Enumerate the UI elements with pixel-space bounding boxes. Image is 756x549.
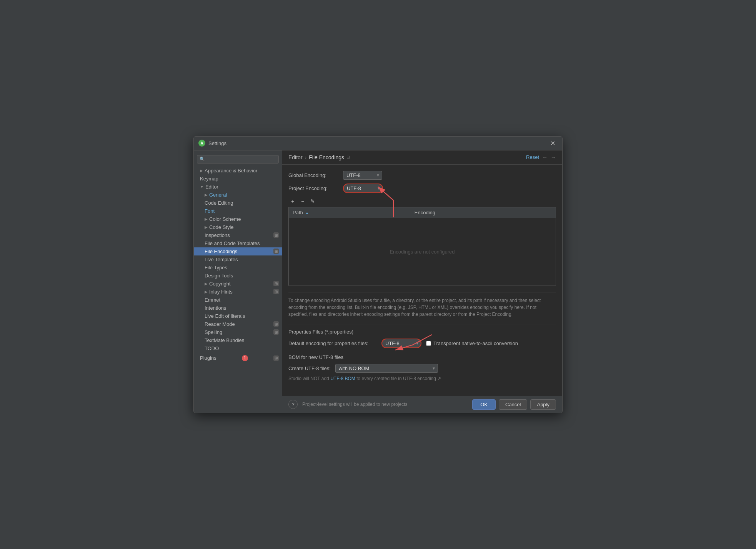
panel-header: Editor › File Encodings ⊟ Reset ← → (282, 150, 562, 165)
copyright-badge: ⊞ (273, 281, 279, 286)
search-icon: 🔍 (200, 157, 205, 162)
sidebar-item-editor[interactable]: ▼ Editor (194, 183, 282, 191)
panel-body-wrapper: Global Encoding: UTF-8 UTF-16 ISO-8859-1… (282, 165, 562, 396)
footer-buttons: OK Cancel Apply (472, 399, 556, 410)
transparent-label: Transparent native-to-ascii conversion (433, 340, 518, 346)
help-button[interactable]: ? (288, 400, 298, 409)
chevron-right-icon: ▶ (205, 193, 208, 197)
ok-button[interactable]: OK (472, 399, 496, 410)
project-encoding-select-wrapper: UTF-8 UTF-16 ISO-8859-1 ▼ (343, 184, 383, 193)
sidebar-item-emmet[interactable]: Emmet (194, 296, 282, 304)
plugins-badge: 1 (242, 355, 248, 361)
sidebar-item-appearance[interactable]: ▶ Appearance & Behavior (194, 167, 282, 175)
bom-row: Create UTF-8 files: with NO BOM with BOM… (288, 364, 556, 373)
global-encoding-select[interactable]: UTF-8 UTF-16 ISO-8859-1 (343, 171, 382, 180)
chevron-right-icon: ▶ (205, 282, 208, 286)
titlebar: A Settings ✕ (194, 137, 562, 150)
sidebar-item-color-scheme[interactable]: ▶ Color Scheme (194, 215, 282, 223)
empty-table-row: Encodings are not configured (289, 218, 556, 285)
settings-window: A Settings ✕ 🔍 ▶ Appearance & Behavior K… (193, 136, 563, 413)
app-icon: A (198, 140, 205, 147)
footer: ? Project-level settings will be applied… (282, 396, 562, 413)
sidebar-item-inspections[interactable]: Inspections ⊞ (194, 231, 282, 239)
global-encoding-label: Global Encoding: (288, 172, 338, 178)
chevron-right-icon: ▶ (205, 225, 208, 229)
breadcrumb-sep: › (305, 154, 307, 160)
apply-button[interactable]: Apply (530, 399, 556, 410)
chevron-right-icon: ▶ (205, 290, 208, 294)
encoding-table: Path ▲ Encoding Encodings are not config… (288, 207, 556, 286)
project-encoding-row: Project Encoding: UTF-8 UTF-16 ISO-8859-… (288, 184, 556, 193)
info-text: To change encoding Android Studio uses f… (288, 292, 556, 318)
sidebar-item-code-editing[interactable]: Code Editing (194, 199, 282, 207)
col-path: Path ▲ (289, 207, 411, 218)
search-box[interactable]: 🔍 (197, 155, 279, 164)
inspections-badge: ⊞ (273, 232, 279, 238)
table-toolbar: + − ✎ (288, 197, 556, 205)
breadcrumb-current: File Encodings (309, 154, 344, 160)
reset-button[interactable]: Reset (526, 154, 539, 160)
sidebar-item-todo[interactable]: TODO (194, 344, 282, 352)
transparent-checkbox-wrapper[interactable]: Transparent native-to-ascii conversion (426, 340, 518, 346)
global-encoding-select-wrapper: UTF-8 UTF-16 ISO-8859-1 ▼ (343, 171, 382, 180)
sidebar-item-keymap[interactable]: Keymap (194, 175, 282, 183)
project-encoding-select[interactable]: UTF-8 UTF-16 ISO-8859-1 (343, 184, 383, 193)
col-encoding: Encoding (411, 207, 556, 218)
footer-note: Project-level settings will be applied t… (302, 402, 407, 407)
bom-link[interactable]: UTF-8 BOM (330, 376, 355, 381)
cancel-button[interactable]: Cancel (499, 399, 527, 410)
sidebar-item-copyright[interactable]: ▶ Copyright ⊞ (194, 280, 282, 288)
content-area: 🔍 ▶ Appearance & Behavior Keymap ▼ Edito… (194, 150, 562, 413)
sidebar-item-file-types[interactable]: File Types (194, 264, 282, 272)
scrollable-content: Global Encoding: UTF-8 UTF-16 ISO-8859-1… (282, 165, 562, 396)
search-input[interactable] (206, 157, 276, 162)
global-encoding-row: Global Encoding: UTF-8 UTF-16 ISO-8859-1… (288, 171, 556, 180)
sidebar-item-intentions[interactable]: Intentions (194, 304, 282, 312)
sidebar-item-general[interactable]: ▶ General (194, 191, 282, 199)
sidebar-item-design-tools[interactable]: Design Tools (194, 272, 282, 280)
sidebar-item-plugins[interactable]: Plugins 1 ⊞ (194, 354, 282, 362)
sidebar-item-reader-mode[interactable]: Reader Mode ⊞ (194, 320, 282, 328)
sidebar-item-live-edit[interactable]: Live Edit of literals (194, 312, 282, 320)
sidebar: 🔍 ▶ Appearance & Behavior Keymap ▼ Edito… (194, 150, 282, 413)
spelling-badge: ⊞ (273, 329, 279, 335)
default-encoding-row: Default encoding for properties files: U… (288, 339, 556, 348)
create-utf8-label: Create UTF-8 files: (288, 365, 331, 371)
bom-title: BOM for new UTF-8 files (288, 354, 556, 360)
empty-text: Encodings are not configured (289, 218, 556, 285)
inlay-hints-badge: ⊞ (273, 289, 279, 294)
sidebar-item-live-templates[interactable]: Live Templates (194, 255, 282, 264)
bom-select-wrapper: with NO BOM with BOM with BOM on Windows… (335, 364, 438, 373)
sidebar-item-file-encodings[interactable]: File Encodings ⊞ (194, 247, 282, 255)
chevron-right-icon: ▶ (205, 217, 208, 221)
add-button[interactable]: + (288, 197, 297, 205)
reader-mode-badge: ⊞ (273, 321, 279, 327)
bom-note: Studio will NOT add UTF-8 BOM to every c… (288, 376, 556, 381)
nav-back-button[interactable]: ← (542, 154, 548, 160)
default-encoding-select[interactable]: UTF-8 UTF-16 ISO-8859-1 (381, 339, 421, 348)
sidebar-item-inlay-hints[interactable]: ▶ Inlay Hints ⊞ (194, 288, 282, 296)
properties-section-title: Properties Files (*.properties) (288, 324, 556, 335)
close-button[interactable]: ✕ (548, 139, 558, 148)
sidebar-item-spelling[interactable]: Spelling ⊞ (194, 328, 282, 336)
sidebar-item-textmate[interactable]: TextMate Bundles (194, 336, 282, 344)
chevron-right-icon: ▶ (200, 169, 203, 173)
project-encoding-label: Project Encoding: (288, 185, 338, 191)
window-title: Settings (208, 140, 548, 146)
default-encoding-label: Default encoding for properties files: (288, 340, 377, 346)
file-encodings-badge: ⊞ (273, 249, 279, 254)
remove-button[interactable]: − (298, 197, 307, 205)
sidebar-item-file-code-templates[interactable]: File and Code Templates (194, 239, 282, 247)
chevron-down-icon: ▼ (200, 185, 204, 189)
nav-forward-button[interactable]: → (551, 154, 556, 160)
sidebar-item-code-style[interactable]: ▶ Code Style (194, 223, 282, 231)
bom-select[interactable]: with NO BOM with BOM with BOM on Windows… (335, 364, 438, 373)
breadcrumb-parent: Editor (288, 154, 303, 160)
edit-button[interactable]: ✎ (308, 197, 317, 205)
sort-arrow-icon: ▲ (305, 211, 309, 215)
sidebar-item-font[interactable]: Font (194, 207, 282, 215)
default-encoding-select-wrapper: UTF-8 UTF-16 ISO-8859-1 ▼ (381, 339, 421, 348)
main-panel: Editor › File Encodings ⊟ Reset ← → (282, 150, 562, 413)
transparent-checkbox[interactable] (426, 341, 431, 346)
breadcrumb: Editor › File Encodings ⊟ (288, 154, 526, 160)
